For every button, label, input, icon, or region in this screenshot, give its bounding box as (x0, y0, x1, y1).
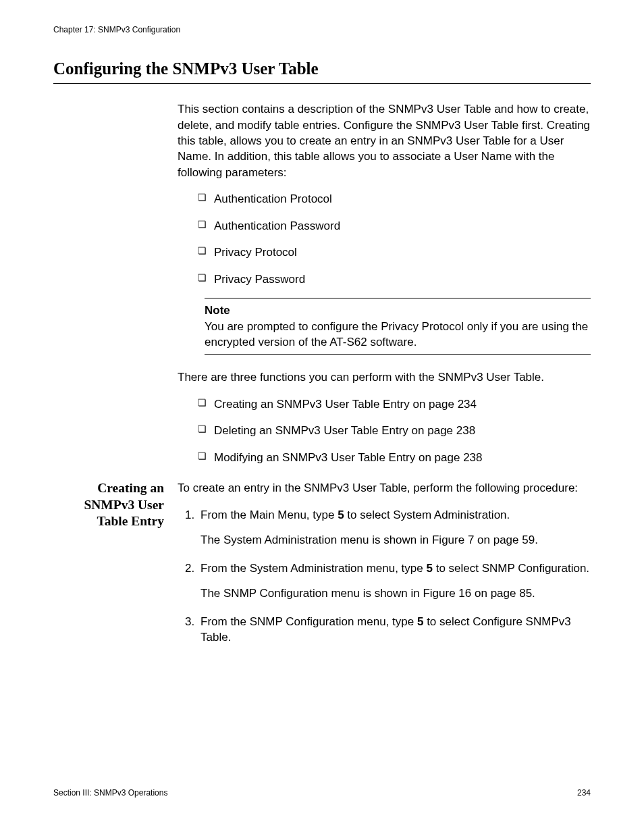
step-key: 5 (417, 615, 423, 628)
note-text: You are prompted to configure the Privac… (205, 319, 591, 350)
note-label: Note (205, 303, 591, 318)
functions-intro: There are three functions you can perfor… (178, 369, 591, 385)
list-item: Authentication Password (198, 218, 591, 234)
step-result: The SNMP Configuration menu is shown in … (200, 585, 591, 601)
parameter-list: Authentication Protocol Authentication P… (178, 191, 591, 287)
procedure-intro: To create an entry in the SNMPv3 User Ta… (178, 480, 591, 496)
note-box: Note You are prompted to configure the P… (205, 298, 591, 355)
intro-paragraph: This section contains a description of t… (178, 101, 591, 180)
step-text-post: to select SNMP Configuration. (433, 562, 589, 575)
section-creating-entry: Creating an SNMPv3 User Table Entry To c… (53, 480, 591, 654)
step-key: 5 (426, 562, 432, 575)
subsection-heading: Creating an SNMPv3 User Table Entry (53, 480, 178, 654)
procedure-steps: From the Main Menu, type 5 to select Sys… (178, 507, 591, 646)
functions-list: Creating an SNMPv3 User Table Entry on p… (178, 396, 591, 465)
footer-page-number: 234 (577, 787, 591, 799)
section-intro: This section contains a description of t… (53, 101, 591, 480)
step-key: 5 (338, 509, 344, 521)
page-footer: Section III: SNMPv3 Operations 234 (53, 787, 591, 799)
step-item: From the System Administration menu, typ… (198, 561, 591, 602)
step-item: From the Main Menu, type 5 to select Sys… (198, 507, 591, 548)
page-title: Configuring the SNMPv3 User Table (53, 57, 591, 84)
running-header: Chapter 17: SNMPv3 Configuration (53, 24, 591, 36)
step-text-pre: From the System Administration menu, typ… (200, 562, 426, 575)
footer-section: Section III: SNMPv3 Operations (53, 787, 167, 799)
page: Chapter 17: SNMPv3 Configuration Configu… (0, 0, 644, 834)
step-result: The System Administration menu is shown … (200, 532, 591, 548)
list-item: Deleting an SNMPv3 User Table Entry on p… (198, 423, 591, 438)
step-text-pre: From the Main Menu, type (200, 509, 338, 521)
step-item: From the SNMP Configuration menu, type 5… (198, 614, 591, 646)
list-item: Modifying an SNMPv3 User Table Entry on … (198, 450, 591, 465)
list-item: Privacy Password (198, 271, 591, 287)
step-text-pre: From the SNMP Configuration menu, type (200, 615, 417, 628)
list-item: Privacy Protocol (198, 244, 591, 260)
step-text-post: to select System Administration. (344, 509, 510, 521)
list-item: Authentication Protocol (198, 191, 591, 207)
list-item: Creating an SNMPv3 User Table Entry on p… (198, 396, 591, 412)
